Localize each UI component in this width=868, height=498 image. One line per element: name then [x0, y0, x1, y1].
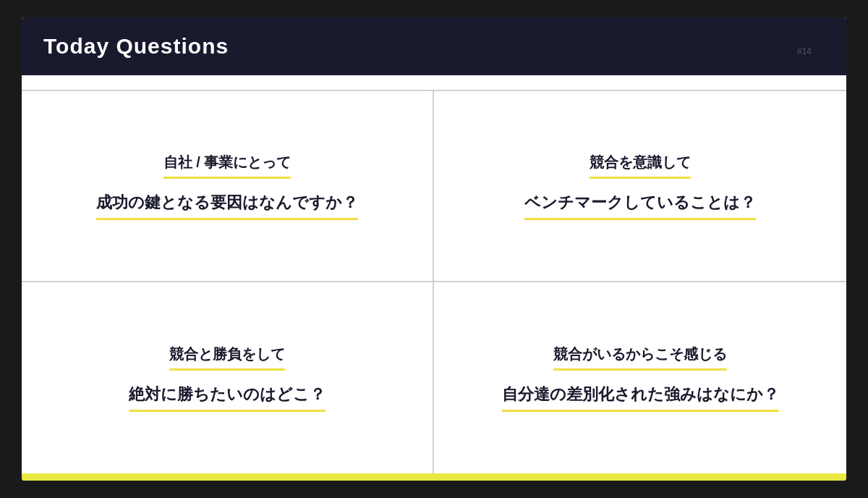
questions-grid: 自社 / 事業にとって 成功の鍵となる要因はなんですか？ 競合を意識して ベンチ… — [22, 91, 846, 473]
question-cell-2: 競合を意識して ベンチマークしていることは？ — [434, 91, 846, 282]
question-subtitle-2: 競合を意識して — [590, 153, 691, 179]
question-cell-1: 自社 / 事業にとって 成功の鍵となる要因はなんですか？ — [22, 91, 434, 282]
logo-area: マネブロ #14 — [777, 28, 832, 56]
question-text-4: 自分達の差別化された強みはなにか？ — [502, 384, 779, 412]
question-cell-4: 競合がいるからこそ感じる 自分達の差別化された強みはなにか？ — [434, 282, 846, 473]
page-title: Today Questions — [43, 34, 229, 59]
slide: マネブロ #14 Today Questions 自社 / 事業にとって 成功の… — [22, 17, 846, 481]
question-cell-3: 競合と勝負をして 絶対に勝ちたいのはどこ？ — [22, 282, 434, 473]
divider-row — [22, 75, 846, 91]
question-subtitle-1: 自社 / 事業にとって — [163, 153, 292, 179]
bottom-accent — [22, 473, 846, 481]
question-text-3: 絶対に勝ちたいのはどこ？ — [129, 384, 326, 412]
header-bar: Today Questions — [22, 17, 846, 75]
question-subtitle-3: 競合と勝負をして — [169, 345, 285, 371]
question-text-2: ベンチマークしていることは？ — [524, 192, 756, 220]
logo-episode: #14 — [777, 46, 832, 56]
question-text-1: 成功の鍵となる要因はなんですか？ — [96, 192, 358, 220]
question-subtitle-4: 競合がいるからこそ感じる — [553, 345, 727, 371]
logo-name: マネブロ — [777, 28, 832, 45]
